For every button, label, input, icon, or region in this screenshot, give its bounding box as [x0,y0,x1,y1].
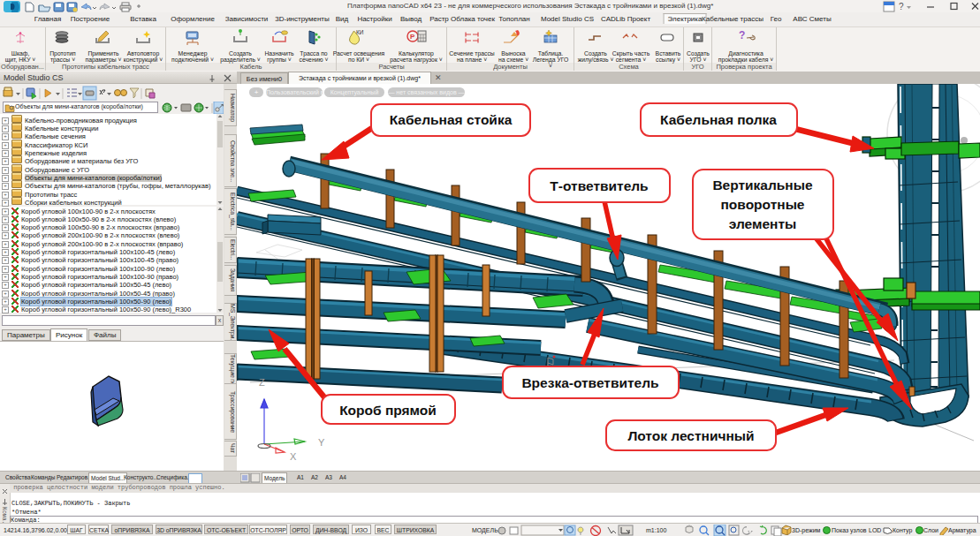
svg-text:Кабельная полка: Кабельная полка [660,112,777,127]
svg-text:Y: Y [318,437,325,448]
svg-text:Z: Z [259,377,265,388]
svg-text:Кабельная стойка: Кабельная стойка [390,112,513,127]
svg-text:X: X [290,451,297,462]
svg-text:элементы: элементы [729,216,797,231]
svg-text:Лоток лестничный: Лоток лестничный [627,428,754,443]
svg-text:?: ? [899,2,904,11]
svg-text:P: P [410,33,415,41]
svg-text:Короб прямой: Короб прямой [339,403,437,418]
svg-text:Вертикальные: Вертикальные [712,177,813,193]
svg-text:Т-ответвитель: Т-ответвитель [550,178,648,193]
svg-text:?: ? [739,29,745,42]
svg-text:поворотные: поворотные [721,197,805,212]
svg-text:Врезка-ответвитель: Врезка-ответвитель [521,375,658,390]
